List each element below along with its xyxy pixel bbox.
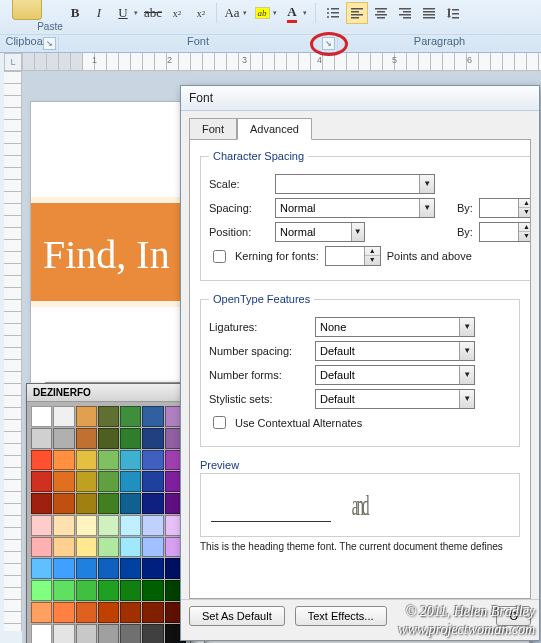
horizontal-ruler[interactable]: 1 2 3 4 5 6 (22, 53, 541, 71)
swatch[interactable] (76, 428, 97, 449)
tab-font[interactable]: Font (189, 118, 237, 139)
swatch[interactable] (53, 537, 74, 558)
swatch[interactable] (53, 624, 74, 644)
underline-button[interactable]: U (112, 2, 134, 24)
swatch[interactable] (53, 428, 74, 449)
swatch[interactable] (120, 580, 141, 601)
swatch[interactable] (142, 580, 163, 601)
chevron-down-icon[interactable]: ▼ (351, 223, 364, 241)
chevron-down-icon[interactable]: ▾ (134, 9, 138, 17)
spin-up-icon[interactable]: ▲ (519, 223, 531, 232)
superscript-button[interactable]: x2 (190, 2, 212, 24)
swatch[interactable] (98, 537, 119, 558)
change-case-button[interactable]: Aa (221, 2, 243, 24)
ruler-tab-selector[interactable]: L (4, 53, 22, 71)
swatch[interactable] (98, 580, 119, 601)
position-by-spinner[interactable]: ▲▼ (479, 222, 531, 242)
swatch[interactable] (76, 602, 97, 623)
chevron-down-icon[interactable]: ▾ (303, 9, 307, 17)
spacing-by-spinner[interactable]: ▲▼ (479, 198, 531, 218)
swatch[interactable] (53, 515, 74, 536)
swatch[interactable] (31, 558, 52, 579)
swatch[interactable] (76, 537, 97, 558)
paste-button[interactable]: Paste (0, 0, 54, 36)
swatch-grid[interactable] (27, 402, 190, 643)
swatch[interactable] (76, 624, 97, 644)
font-dialog-launcher[interactable]: ↘ (322, 37, 335, 50)
swatch[interactable] (31, 580, 52, 601)
swatch[interactable] (76, 493, 97, 514)
swatch[interactable] (98, 406, 119, 427)
swatch[interactable] (31, 537, 52, 558)
swatch[interactable] (31, 515, 52, 536)
swatch[interactable] (53, 580, 74, 601)
swatch[interactable] (120, 624, 141, 644)
highlight-button[interactable]: ab (251, 2, 273, 24)
swatch[interactable] (98, 558, 119, 579)
kerning-points-spinner[interactable]: ▲▼ (325, 246, 381, 266)
swatch[interactable] (76, 406, 97, 427)
swatch[interactable] (98, 428, 119, 449)
swatch-panel[interactable]: DEZINERFO (26, 383, 191, 643)
swatch[interactable] (76, 471, 97, 492)
swatch[interactable] (142, 624, 163, 644)
scale-input[interactable] (276, 175, 419, 193)
chevron-down-icon[interactable]: ▼ (459, 366, 474, 384)
swatch[interactable] (76, 558, 97, 579)
swatch[interactable] (120, 515, 141, 536)
swatch[interactable] (142, 493, 163, 514)
align-center-button[interactable] (370, 2, 392, 24)
swatch[interactable] (53, 450, 74, 471)
swatch[interactable] (31, 450, 52, 471)
swatch[interactable] (53, 406, 74, 427)
swatch[interactable] (142, 602, 163, 623)
swatch[interactable] (31, 406, 52, 427)
swatch[interactable] (31, 602, 52, 623)
kerning-checkbox[interactable] (213, 250, 226, 263)
spin-up-icon[interactable]: ▲ (365, 247, 380, 256)
contextual-alternates-checkbox[interactable] (213, 416, 226, 429)
swatch[interactable] (120, 450, 141, 471)
swatch[interactable] (120, 493, 141, 514)
swatch[interactable] (76, 450, 97, 471)
swatch[interactable] (120, 428, 141, 449)
stylistic-sets-combo[interactable]: ▼ (315, 389, 475, 409)
chevron-down-icon[interactable]: ▼ (459, 390, 474, 408)
chevron-down-icon[interactable]: ▾ (273, 9, 277, 17)
swatch[interactable] (53, 602, 74, 623)
spin-down-icon[interactable]: ▼ (519, 208, 531, 217)
align-right-button[interactable] (394, 2, 416, 24)
swatch[interactable] (53, 471, 74, 492)
spin-up-icon[interactable]: ▲ (519, 199, 531, 208)
swatch[interactable] (142, 537, 163, 558)
position-input[interactable] (276, 223, 351, 241)
swatch[interactable] (31, 624, 52, 644)
scale-combo[interactable]: ▼ (275, 174, 435, 194)
swatch[interactable] (76, 515, 97, 536)
swatch[interactable] (120, 558, 141, 579)
swatch[interactable] (142, 428, 163, 449)
position-combo[interactable]: ▼ (275, 222, 365, 242)
swatch[interactable] (98, 515, 119, 536)
swatch[interactable] (31, 471, 52, 492)
spacing-input[interactable] (276, 199, 419, 217)
chevron-down-icon[interactable]: ▼ (459, 342, 474, 360)
font-color-button[interactable]: A (281, 2, 303, 24)
number-forms-combo[interactable]: ▼ (315, 365, 475, 385)
spin-down-icon[interactable]: ▼ (519, 232, 531, 241)
swatch[interactable] (142, 558, 163, 579)
swatch[interactable] (120, 406, 141, 427)
clipboard-launcher[interactable]: ↘ (43, 37, 56, 50)
bullets-button[interactable] (322, 2, 344, 24)
ligatures-combo[interactable]: ▼ (315, 317, 475, 337)
set-default-button[interactable]: Set As Default (189, 606, 285, 626)
strikethrough-button[interactable]: abc (142, 2, 164, 24)
line-spacing-button[interactable] (442, 2, 464, 24)
swatch[interactable] (53, 558, 74, 579)
align-justify-button[interactable] (418, 2, 440, 24)
swatch[interactable] (142, 471, 163, 492)
tab-advanced[interactable]: Advanced (237, 118, 312, 140)
swatch[interactable] (120, 602, 141, 623)
chevron-down-icon[interactable]: ▼ (459, 318, 474, 336)
text-effects-button[interactable]: Text Effects... (295, 606, 387, 626)
